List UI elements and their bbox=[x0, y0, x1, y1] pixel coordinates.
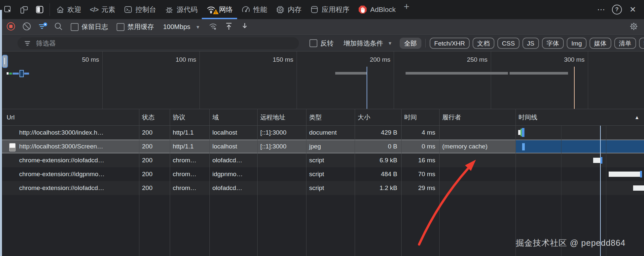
cell-type: script bbox=[306, 153, 355, 167]
column-header-time[interactable]: 时间 bbox=[401, 109, 439, 125]
pill-css[interactable]: CSS bbox=[497, 38, 519, 49]
overview-load-line bbox=[574, 67, 575, 109]
overview-tick: 100 ms bbox=[176, 56, 196, 63]
pill-img[interactable]: Img bbox=[567, 38, 587, 49]
export-har-button[interactable] bbox=[238, 21, 251, 33]
column-header-remote[interactable]: 远程地址 bbox=[257, 109, 306, 125]
add-tab-button[interactable]: + bbox=[400, 0, 413, 13]
pill-fetch-xhr[interactable]: Fetch/XHR bbox=[430, 38, 470, 49]
column-divider[interactable] bbox=[170, 109, 170, 256]
help-button[interactable]: ? bbox=[610, 3, 624, 16]
tab-label: 元素 bbox=[101, 5, 115, 14]
column-divider[interactable] bbox=[139, 109, 139, 256]
cell-protocol: chrom… bbox=[170, 181, 209, 195]
column-divider[interactable] bbox=[306, 109, 306, 256]
column-divider[interactable] bbox=[401, 109, 402, 256]
cell-initiator bbox=[439, 167, 516, 181]
pill-font[interactable]: 字体 bbox=[542, 38, 564, 49]
pill-socket[interactable]: 套接字 bbox=[639, 38, 644, 49]
tab-elements[interactable]: </> 元素 bbox=[86, 0, 120, 19]
overview-gridline bbox=[199, 51, 200, 109]
throttling-select[interactable]: 100Mbps ▼ bbox=[163, 23, 200, 31]
close-devtools-button[interactable]: ✕ bbox=[626, 3, 639, 16]
record-button[interactable] bbox=[5, 21, 17, 33]
pill-js[interactable]: JS bbox=[522, 38, 539, 49]
column-divider[interactable] bbox=[355, 109, 355, 256]
column-header-waterfall[interactable]: 时间线 bbox=[516, 109, 644, 125]
column-divider[interactable] bbox=[516, 109, 516, 256]
pill-doc[interactable]: 文档 bbox=[473, 38, 494, 49]
cell-waterfall bbox=[516, 126, 644, 140]
table-row-selected[interactable]: http://localhost:3000/Screen… 200 http/1… bbox=[0, 140, 644, 153]
inspect-element-button[interactable] bbox=[0, 0, 16, 19]
chip-icon bbox=[276, 5, 285, 14]
more-options-button[interactable]: ⋯ bbox=[594, 3, 608, 16]
column-header-initiator[interactable]: 履行者 bbox=[439, 109, 516, 125]
dock-side-icon bbox=[35, 5, 44, 14]
invert-checkbox[interactable] bbox=[309, 39, 317, 47]
network-icon bbox=[206, 5, 216, 14]
table-row[interactable]: chrome-extension://idgpnmo… 200 chrom… i… bbox=[0, 167, 644, 181]
more-filters-dropdown[interactable]: 增加筛选条件 ▼ bbox=[343, 39, 392, 48]
column-header-type[interactable]: 类型 bbox=[306, 109, 355, 125]
network-conditions-button[interactable] bbox=[207, 21, 219, 33]
column-header-url[interactable]: Url bbox=[0, 109, 139, 125]
overview-tick: 150 ms bbox=[273, 56, 293, 63]
cell-waterfall bbox=[516, 153, 644, 167]
preserve-log-checkbox[interactable] bbox=[71, 23, 79, 31]
column-divider[interactable] bbox=[209, 109, 210, 256]
network-filterbar: 反转 增加筛选条件 ▼ 全部 Fetch/XHR 文档 CSS JS 字体 Im… bbox=[0, 35, 644, 51]
settings-button[interactable] bbox=[627, 21, 640, 33]
table-row[interactable]: chrome-extension://olofadcd… 200 chrom… … bbox=[0, 153, 644, 167]
clear-button[interactable] bbox=[20, 21, 33, 33]
pill-media[interactable]: 媒体 bbox=[590, 38, 611, 49]
overview-gridline bbox=[491, 51, 491, 109]
pill-manifest[interactable]: 清单 bbox=[614, 38, 636, 49]
filter-input[interactable] bbox=[18, 37, 299, 49]
gauge-icon bbox=[241, 6, 250, 14]
filter-toggle-button[interactable] bbox=[36, 21, 49, 33]
disable-cache-checkbox[interactable] bbox=[117, 23, 125, 31]
table-row[interactable]: http://localhost:3000/index.h… 200 http/… bbox=[0, 126, 644, 140]
dock-side-button[interactable] bbox=[32, 0, 48, 19]
import-har-button[interactable] bbox=[223, 21, 235, 33]
cell-initiator bbox=[439, 153, 516, 167]
search-button[interactable] bbox=[52, 21, 65, 33]
cell-initiator: (memory cache) bbox=[439, 140, 516, 153]
waterfall-bar bbox=[633, 185, 644, 191]
tab-application[interactable]: 应用程序 bbox=[306, 0, 354, 19]
tab-adblock[interactable]: AdBlock bbox=[354, 0, 400, 19]
network-overview[interactable]: 50 ms 100 ms 150 ms 200 ms 250 ms 300 ms bbox=[0, 51, 644, 109]
preserve-log-group: 保留日志 bbox=[71, 22, 108, 31]
pill-all[interactable]: 全部 bbox=[400, 38, 421, 49]
column-header-protocol[interactable]: 协议 bbox=[170, 109, 209, 125]
tab-performance[interactable]: 性能 bbox=[237, 0, 271, 19]
cell-domain: localhost bbox=[209, 126, 257, 140]
column-header-size[interactable]: 大小 bbox=[355, 109, 401, 125]
cell-url: chrome-extension://olofadcd… bbox=[0, 153, 139, 167]
overview-request-bar bbox=[406, 72, 508, 75]
sort-ascending-icon[interactable]: ▲ bbox=[634, 109, 639, 126]
disable-cache-label: 禁用缓存 bbox=[127, 22, 154, 31]
overview-drag-handle[interactable] bbox=[2, 55, 8, 68]
column-divider[interactable] bbox=[257, 109, 258, 256]
cell-waterfall bbox=[516, 181, 644, 195]
column-header-status[interactable]: 状态 bbox=[139, 109, 170, 125]
tab-console[interactable]: 控制台 bbox=[120, 0, 161, 19]
column-header-domain[interactable]: 域 bbox=[209, 109, 257, 125]
tab-memory[interactable]: 内存 bbox=[271, 0, 306, 19]
cell-remote bbox=[257, 153, 306, 167]
tab-network[interactable]: 网络 bbox=[202, 0, 237, 19]
waterfall-domcontentloaded-line bbox=[600, 126, 601, 256]
overview-gridline bbox=[297, 51, 297, 109]
column-divider[interactable] bbox=[439, 109, 440, 256]
cell-type: script bbox=[306, 167, 355, 181]
cell-remote bbox=[257, 167, 306, 181]
tab-welcome[interactable]: 欢迎 bbox=[52, 0, 86, 19]
tab-sources[interactable]: 源代码 bbox=[161, 0, 202, 19]
import-icon bbox=[225, 22, 233, 32]
waterfall-gridline bbox=[606, 126, 606, 256]
overview-request-bar bbox=[335, 72, 367, 75]
table-row[interactable]: chrome-extension://olofadcd… 200 chrom… … bbox=[0, 181, 644, 195]
device-toolbar-button[interactable] bbox=[16, 0, 32, 19]
